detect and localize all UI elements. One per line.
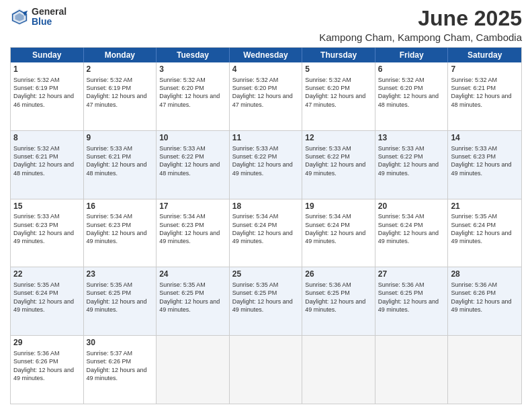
cell-info: Sunrise: 5:32 AM Sunset: 6:19 PM Dayligh… <box>87 77 147 108</box>
weekday-header: Tuesday <box>157 48 230 62</box>
day-number: 23 <box>87 269 154 280</box>
calendar-row: 8Sunrise: 5:32 AM Sunset: 6:21 PM Daylig… <box>11 131 521 199</box>
cell-info: Sunrise: 5:35 AM Sunset: 6:25 PM Dayligh… <box>159 281 220 313</box>
calendar-cell: 4Sunrise: 5:32 AM Sunset: 6:20 PM Daylig… <box>230 62 303 130</box>
calendar-cell: 20Sunrise: 5:34 AM Sunset: 6:24 PM Dayli… <box>375 199 449 267</box>
day-number: 7 <box>451 64 519 75</box>
calendar-cell: 6Sunrise: 5:32 AM Sunset: 6:20 PM Daylig… <box>375 62 449 130</box>
cell-info: Sunrise: 5:33 AM Sunset: 6:23 PM Dayligh… <box>451 145 511 177</box>
cell-info: Sunrise: 5:33 AM Sunset: 6:22 PM Dayligh… <box>378 145 439 177</box>
cell-info: Sunrise: 5:34 AM Sunset: 6:24 PM Dayligh… <box>378 213 439 244</box>
weekday-header: Monday <box>84 48 157 62</box>
cell-info: Sunrise: 5:32 AM Sunset: 6:19 PM Dayligh… <box>13 77 74 108</box>
calendar-cell: 2Sunrise: 5:32 AM Sunset: 6:19 PM Daylig… <box>84 62 157 130</box>
day-number: 1 <box>13 64 81 75</box>
cell-info: Sunrise: 5:36 AM Sunset: 6:26 PM Dayligh… <box>13 350 74 381</box>
calendar-cell: 15Sunrise: 5:33 AM Sunset: 6:23 PM Dayli… <box>11 199 84 267</box>
cell-info: Sunrise: 5:33 AM Sunset: 6:22 PM Dayligh… <box>305 145 365 177</box>
day-number: 9 <box>87 133 154 144</box>
day-number: 17 <box>159 201 226 212</box>
day-number: 15 <box>13 201 81 212</box>
day-number: 28 <box>451 269 519 280</box>
cell-info: Sunrise: 5:36 AM Sunset: 6:26 PM Dayligh… <box>451 281 511 313</box>
logo-text: General Blue <box>32 7 66 28</box>
calendar-cell: 17Sunrise: 5:34 AM Sunset: 6:23 PM Dayli… <box>157 199 230 267</box>
calendar-cell: 18Sunrise: 5:34 AM Sunset: 6:24 PM Dayli… <box>230 199 303 267</box>
calendar-cell: 26Sunrise: 5:36 AM Sunset: 6:25 PM Dayli… <box>302 267 375 335</box>
cell-info: Sunrise: 5:32 AM Sunset: 6:20 PM Dayligh… <box>159 77 220 108</box>
logo-blue-text: Blue <box>32 17 66 27</box>
calendar-cell: 9Sunrise: 5:33 AM Sunset: 6:21 PM Daylig… <box>84 131 157 199</box>
day-number: 21 <box>451 201 519 212</box>
cell-info: Sunrise: 5:32 AM Sunset: 6:21 PM Dayligh… <box>451 77 511 108</box>
cell-info: Sunrise: 5:33 AM Sunset: 6:21 PM Dayligh… <box>87 145 147 177</box>
calendar-cell: 24Sunrise: 5:35 AM Sunset: 6:25 PM Dayli… <box>157 267 230 335</box>
calendar-cell: 22Sunrise: 5:35 AM Sunset: 6:24 PM Dayli… <box>11 267 84 335</box>
day-number: 30 <box>87 338 154 349</box>
weekday-header: Sunday <box>11 48 84 62</box>
calendar-cell: 12Sunrise: 5:33 AM Sunset: 6:22 PM Dayli… <box>302 131 375 199</box>
cell-info: Sunrise: 5:34 AM Sunset: 6:24 PM Dayligh… <box>232 213 293 244</box>
day-number: 24 <box>159 269 226 280</box>
day-number: 4 <box>232 64 300 75</box>
cell-info: Sunrise: 5:35 AM Sunset: 6:25 PM Dayligh… <box>87 281 147 313</box>
cell-info: Sunrise: 5:36 AM Sunset: 6:25 PM Dayligh… <box>378 281 439 313</box>
calendar-cell: 29Sunrise: 5:36 AM Sunset: 6:26 PM Dayli… <box>11 336 84 404</box>
calendar-cell: 5Sunrise: 5:32 AM Sunset: 6:20 PM Daylig… <box>302 62 375 130</box>
calendar-cell: 16Sunrise: 5:34 AM Sunset: 6:23 PM Dayli… <box>84 199 157 267</box>
calendar-cell <box>302 336 375 404</box>
calendar-cell: 13Sunrise: 5:33 AM Sunset: 6:22 PM Dayli… <box>375 131 449 199</box>
day-number: 10 <box>159 133 226 144</box>
weekday-header: Wednesday <box>230 48 303 62</box>
calendar-cell: 10Sunrise: 5:33 AM Sunset: 6:22 PM Dayli… <box>157 131 230 199</box>
calendar-cell: 27Sunrise: 5:36 AM Sunset: 6:25 PM Dayli… <box>375 267 449 335</box>
day-number: 27 <box>378 269 445 280</box>
calendar-cell: 30Sunrise: 5:37 AM Sunset: 6:26 PM Dayli… <box>84 336 157 404</box>
day-number: 5 <box>305 64 372 75</box>
calendar-cell: 7Sunrise: 5:32 AM Sunset: 6:21 PM Daylig… <box>448 62 521 130</box>
calendar-cell <box>448 336 521 404</box>
day-number: 19 <box>305 201 372 212</box>
day-number: 26 <box>305 269 372 280</box>
cell-info: Sunrise: 5:35 AM Sunset: 6:24 PM Dayligh… <box>451 213 511 244</box>
logo-general-text: General <box>32 7 66 17</box>
cell-info: Sunrise: 5:33 AM Sunset: 6:23 PM Dayligh… <box>13 213 74 244</box>
day-number: 25 <box>232 269 300 280</box>
calendar-row: 15Sunrise: 5:33 AM Sunset: 6:23 PM Dayli… <box>11 199 521 268</box>
weekday-header: Friday <box>375 48 449 62</box>
cell-info: Sunrise: 5:34 AM Sunset: 6:24 PM Dayligh… <box>305 213 365 244</box>
day-number: 6 <box>378 64 445 75</box>
day-number: 14 <box>451 133 519 144</box>
cell-info: Sunrise: 5:32 AM Sunset: 6:20 PM Dayligh… <box>232 77 293 108</box>
day-number: 2 <box>87 64 154 75</box>
calendar-row: 29Sunrise: 5:36 AM Sunset: 6:26 PM Dayli… <box>11 336 521 404</box>
calendar-cell: 1Sunrise: 5:32 AM Sunset: 6:19 PM Daylig… <box>11 62 84 130</box>
title-block: June 2025 Kampong Cham, Kampong Cham, Ca… <box>319 7 522 43</box>
calendar-cell: 8Sunrise: 5:32 AM Sunset: 6:21 PM Daylig… <box>11 131 84 199</box>
calendar-cell: 21Sunrise: 5:35 AM Sunset: 6:24 PM Dayli… <box>448 199 521 267</box>
cell-info: Sunrise: 5:35 AM Sunset: 6:25 PM Dayligh… <box>232 281 293 313</box>
day-number: 13 <box>378 133 445 144</box>
cell-info: Sunrise: 5:35 AM Sunset: 6:24 PM Dayligh… <box>13 281 74 313</box>
header: General Blue June 2025 Kampong Cham, Kam… <box>10 7 522 43</box>
day-number: 22 <box>13 269 81 280</box>
calendar-cell: 14Sunrise: 5:33 AM Sunset: 6:23 PM Dayli… <box>448 131 521 199</box>
calendar-cell <box>157 336 230 404</box>
day-number: 16 <box>87 201 154 212</box>
day-number: 3 <box>159 64 226 75</box>
calendar-cell <box>230 336 303 404</box>
calendar-cell: 23Sunrise: 5:35 AM Sunset: 6:25 PM Dayli… <box>84 267 157 335</box>
cell-info: Sunrise: 5:37 AM Sunset: 6:26 PM Dayligh… <box>87 350 147 381</box>
cell-info: Sunrise: 5:36 AM Sunset: 6:25 PM Dayligh… <box>305 281 365 313</box>
calendar-cell: 3Sunrise: 5:32 AM Sunset: 6:20 PM Daylig… <box>157 62 230 130</box>
logo: General Blue <box>10 7 66 28</box>
calendar-cell: 28Sunrise: 5:36 AM Sunset: 6:26 PM Dayli… <box>448 267 521 335</box>
cell-info: Sunrise: 5:32 AM Sunset: 6:20 PM Dayligh… <box>305 77 365 108</box>
day-number: 20 <box>378 201 445 212</box>
weekday-header: Saturday <box>448 48 521 62</box>
page: General Blue June 2025 Kampong Cham, Kam… <box>0 0 532 411</box>
cell-info: Sunrise: 5:34 AM Sunset: 6:23 PM Dayligh… <box>159 213 220 244</box>
weekday-header: Thursday <box>302 48 375 62</box>
day-number: 11 <box>232 133 300 144</box>
calendar-row: 22Sunrise: 5:35 AM Sunset: 6:24 PM Dayli… <box>11 267 521 336</box>
